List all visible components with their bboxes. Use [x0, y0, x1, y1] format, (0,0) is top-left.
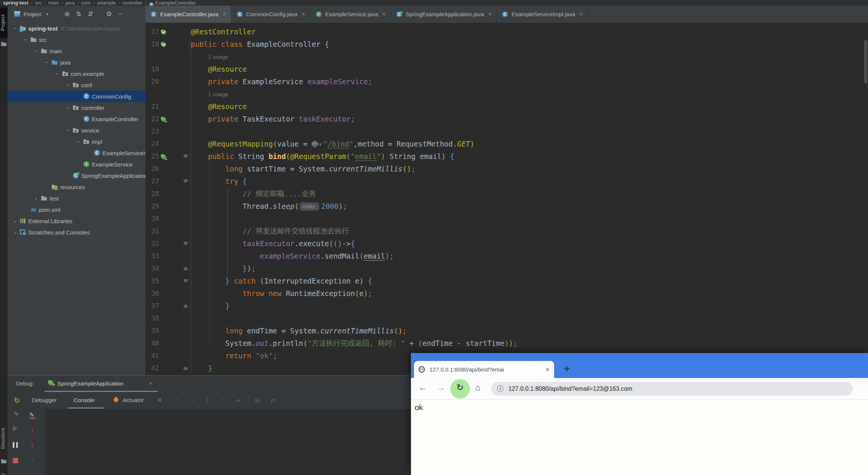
code-line[interactable]: 31 // 将发送邮件交给线程池去执行: [145, 225, 868, 238]
chevron-down-icon[interactable]: ›: [44, 58, 50, 67]
code-line[interactable]: 26 long startTime = System.currentTimeMi…: [145, 163, 868, 175]
code-line[interactable]: 18public class ExampleController {: [145, 38, 868, 51]
line-number[interactable]: 34: [145, 262, 159, 275]
editor-tab-exampleservice-java[interactable]: ExampleService.java×: [310, 6, 391, 23]
line-number[interactable]: 22: [145, 113, 159, 125]
breadcrumb-item[interactable]: ExampleController: [155, 0, 196, 6]
tree-item-examplecontroller[interactable]: ExampleController: [8, 113, 145, 125]
chevron-down-icon[interactable]: ›: [54, 69, 61, 78]
resume-icon[interactable]: [13, 426, 18, 432]
up-stack-trace-icon[interactable]: ↑: [27, 426, 37, 434]
layout-settings-icon[interactable]: ⇄: [268, 396, 278, 404]
tree-item-com-example[interactable]: ›com.example: [8, 68, 145, 79]
address-bar[interactable]: i 127.0.0.1:8080/api/bind?email=123@163.…: [491, 382, 853, 396]
tree-item-resources[interactable]: resources: [8, 181, 145, 193]
code-line[interactable]: 37 }: [145, 300, 868, 312]
project-view-title[interactable]: Project: [23, 11, 41, 17]
new-tab-button[interactable]: +: [560, 363, 574, 375]
code-line[interactable]: 25 public String bind(@RequestParam("ema…: [145, 150, 868, 163]
clear-console-icon[interactable]: ✎: [29, 412, 36, 419]
line-number[interactable]: 17: [145, 26, 159, 38]
editor-tab-exampleserviceimpl-java[interactable]: ExampleServiceImpl.java×: [497, 6, 588, 23]
tree-item-controller[interactable]: ›controller: [8, 102, 145, 113]
line-number[interactable]: 36: [145, 287, 159, 300]
editor-scrollbar[interactable]: [864, 40, 867, 83]
usages-inlay[interactable]: 1 usage: [208, 51, 228, 63]
editor-tab-examplecontroller-java[interactable]: ExampleController.java×: [145, 6, 232, 23]
stripe-bookmarks-button[interactable]: ks: [0, 471, 8, 475]
breadcrumb-item[interactable]: com: [81, 0, 91, 6]
tree-item-conf[interactable]: ›conf: [8, 79, 145, 91]
tree-item-exampleserviceimpl[interactable]: ExampleServiceImpl: [8, 147, 145, 159]
line-number[interactable]: 28: [145, 188, 159, 200]
code-line[interactable]: 28 // 绑定邮箱....业务: [145, 188, 868, 200]
stripe-project-button[interactable]: Project: [0, 8, 8, 38]
chevron-down-icon[interactable]: ›: [65, 80, 71, 89]
reload-icon[interactable]: ↻: [454, 382, 466, 393]
code-line[interactable]: 33 exampleService.sendMail(email);: [145, 250, 868, 262]
expand-all-icon[interactable]: ⇅: [76, 10, 81, 18]
fold-marker-icon[interactable]: [184, 154, 188, 158]
line-number[interactable]: 31: [145, 225, 159, 238]
code-line[interactable]: 24 @RequestMapping(value = ∨"/bind",meth…: [145, 138, 868, 150]
line-number[interactable]: 24: [145, 138, 159, 150]
tree-item-scratches-and-consoles[interactable]: ›Scratches and Consoles: [8, 227, 145, 238]
line-number[interactable]: 38: [145, 312, 159, 325]
close-icon[interactable]: ×: [149, 380, 152, 386]
tab-close-icon[interactable]: ×: [545, 366, 550, 374]
breadcrumb-item[interactable]: controller: [122, 0, 142, 6]
line-number[interactable]: 37: [145, 300, 159, 312]
editor-tab-springexampleapplication-java[interactable]: SpringExampleApplication.java×: [391, 6, 497, 23]
url-text[interactable]: 127.0.0.1:8080/api/bind?email=123@163.co…: [508, 386, 632, 392]
tab-console[interactable]: Console: [74, 397, 94, 403]
chevron-right-icon[interactable]: ›: [32, 195, 41, 202]
line-number[interactable]: 39: [145, 325, 159, 337]
code-editor[interactable]: 17@RestController18public class ExampleC…: [145, 23, 868, 375]
chevron-right-icon[interactable]: ›: [11, 218, 20, 224]
chevron-down-icon[interactable]: ›: [33, 46, 40, 56]
folder-icon[interactable]: [1, 42, 6, 46]
fold-marker-icon[interactable]: [184, 366, 188, 370]
back-icon[interactable]: ←: [416, 382, 429, 393]
tree-item-spring-test[interactable]: ›spring-testE:\Java\examples\sprin: [8, 23, 145, 34]
code-line[interactable]: 27 try {: [145, 175, 868, 188]
tree-item-impl[interactable]: ›impl: [8, 136, 145, 147]
chevron-down-icon[interactable]: ▾: [46, 12, 49, 17]
tree-item-commonconfig[interactable]: CommonConfig: [8, 91, 145, 102]
fold-marker-icon[interactable]: [184, 304, 188, 308]
fold-marker-icon[interactable]: [184, 279, 188, 283]
stripe-structure-button[interactable]: Structure: [0, 421, 8, 456]
line-number[interactable]: 21: [145, 100, 159, 113]
fold-marker-icon[interactable]: [184, 242, 188, 245]
breadcrumb-item[interactable]: main: [48, 0, 59, 6]
collapse-all-icon[interactable]: ⇵: [88, 10, 93, 18]
build-settings-icon[interactable]: ✎: [11, 410, 21, 418]
evaluate-expression-icon[interactable]: ⊞: [252, 396, 262, 404]
code-line[interactable]: 22 private TaskExecutor taskExecutor;: [145, 113, 868, 125]
breadcrumb-item[interactable]: example: [97, 0, 116, 6]
tab-close-icon[interactable]: ×: [579, 11, 583, 18]
chevron-down-icon[interactable]: ›: [65, 126, 71, 135]
hide-panel-icon[interactable]: −: [118, 11, 122, 18]
breadcrumb-item[interactable]: spring-test: [3, 0, 28, 6]
code-line[interactable]: 36 throw new RuntimeException(e);: [145, 287, 868, 300]
editor-tab-commonconfig-java[interactable]: CommonConfig.java×: [232, 6, 310, 23]
tree-item-exampleservice[interactable]: ExampleService: [8, 159, 145, 170]
fold-marker-icon[interactable]: [184, 179, 188, 183]
rerun-icon[interactable]: ↻: [12, 396, 22, 405]
gear-icon[interactable]: ⚙: [106, 10, 112, 18]
tab-debugger[interactable]: Debugger: [32, 397, 57, 403]
line-number[interactable]: 27: [145, 175, 159, 188]
tree-item-service[interactable]: ›service: [8, 125, 145, 136]
down-stack-trace-icon[interactable]: ↓: [27, 440, 37, 449]
url-globe-icon[interactable]: [312, 141, 318, 147]
browser-tab[interactable]: 127.0.0.1:8080/api/bind?emai ×: [414, 361, 554, 378]
chevron-down-icon[interactable]: ›: [23, 35, 29, 44]
spring-bean-icon[interactable]: [160, 153, 167, 160]
line-number[interactable]: 18: [145, 38, 159, 51]
line-number[interactable]: 41: [145, 350, 159, 362]
usages-inlay[interactable]: 1 usage: [208, 88, 228, 100]
code-line[interactable]: 32 taskExecutor.execute(()->{: [145, 238, 868, 250]
forward-icon[interactable]: →: [434, 382, 447, 393]
line-number[interactable]: 35: [145, 275, 159, 287]
